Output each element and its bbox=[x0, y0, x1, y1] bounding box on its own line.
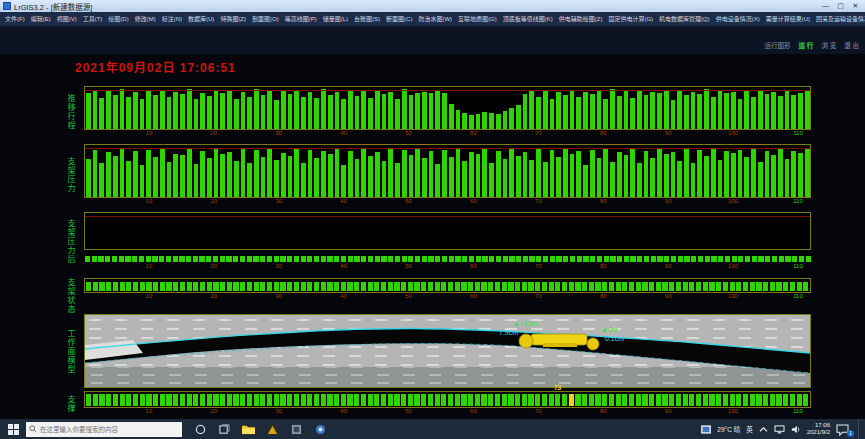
status-square bbox=[375, 256, 380, 262]
search-input[interactable] bbox=[40, 426, 170, 433]
app-icon-blue[interactable] bbox=[308, 419, 332, 439]
menu-item[interactable]: 固定供电计算(G) bbox=[605, 12, 656, 26]
axis-tick: 80 bbox=[600, 293, 607, 299]
status-square bbox=[247, 282, 252, 291]
status-square bbox=[448, 394, 453, 406]
status-square bbox=[301, 282, 306, 291]
status-square bbox=[220, 282, 225, 291]
menu-item[interactable]: 数据库(U) bbox=[185, 12, 217, 26]
status-square bbox=[106, 394, 111, 406]
task-view-icon[interactable] bbox=[212, 419, 236, 439]
app-icon-yellow[interactable] bbox=[260, 419, 284, 439]
menu-item[interactable]: 剖面图(O) bbox=[249, 12, 282, 26]
axis-tick: 10 bbox=[146, 263, 153, 269]
menu-item[interactable]: 防治水图(W) bbox=[415, 12, 455, 26]
ime-indicator[interactable]: 英 bbox=[746, 424, 753, 434]
bar bbox=[402, 150, 407, 197]
bar bbox=[402, 89, 407, 129]
menu-item[interactable]: 绘图(D) bbox=[105, 12, 131, 26]
status-square bbox=[408, 394, 413, 406]
bar bbox=[301, 97, 306, 129]
status-square bbox=[461, 394, 466, 406]
show-desktop-strip[interactable] bbox=[858, 419, 861, 439]
bar bbox=[550, 150, 555, 197]
menu-item[interactable]: 顶底板等值线图(K) bbox=[500, 12, 556, 26]
maximize-icon[interactable]: ▢ bbox=[833, 1, 848, 11]
status-square bbox=[792, 256, 797, 262]
axis-tick: 20 bbox=[210, 130, 217, 136]
status-square bbox=[602, 282, 607, 291]
bar bbox=[133, 151, 138, 197]
volume-icon[interactable] bbox=[791, 425, 801, 434]
bar bbox=[449, 157, 454, 197]
menu-item[interactable]: 修改(M) bbox=[132, 12, 159, 26]
status-square bbox=[408, 256, 413, 262]
status-square bbox=[575, 394, 580, 406]
toolbar-item[interactable]: 运行图形 bbox=[765, 40, 791, 50]
axis-tick: 40 bbox=[340, 130, 347, 136]
menu-item[interactable]: 供电辅助绘图(Z) bbox=[556, 12, 606, 26]
axis-tick: 60 bbox=[470, 130, 477, 136]
status-square bbox=[522, 282, 527, 291]
menu-item[interactable]: 编辑(E) bbox=[28, 12, 54, 26]
minimize-icon[interactable]: — bbox=[818, 1, 833, 11]
status-square bbox=[622, 282, 627, 291]
menu-item[interactable]: 需量计算结果(U) bbox=[763, 12, 813, 26]
status-square bbox=[213, 394, 218, 406]
status-square bbox=[254, 394, 259, 406]
menu-item[interactable]: 互联地质图(G) bbox=[455, 12, 500, 26]
menu-item[interactable]: 标注(N) bbox=[159, 12, 185, 26]
close-icon[interactable]: ✕ bbox=[848, 1, 863, 11]
status-square bbox=[763, 282, 768, 291]
taskbar-search-box[interactable] bbox=[26, 422, 182, 437]
notification-center-icon[interactable]: 1 bbox=[836, 422, 852, 436]
menu-item[interactable]: 供电设备情况(X) bbox=[713, 12, 763, 26]
menu-item[interactable]: 视图(V) bbox=[54, 12, 80, 26]
status-square bbox=[260, 394, 265, 406]
panel-label: 推移行程 bbox=[57, 86, 84, 138]
toolbar-item[interactable]: 浏 览 bbox=[821, 40, 836, 50]
toolbar-item[interactable]: 退 出 bbox=[844, 40, 859, 50]
app-icon-gray[interactable] bbox=[284, 419, 308, 439]
status-square bbox=[354, 282, 359, 291]
axis-tick: 10 bbox=[146, 293, 153, 299]
axis-tick: 90 bbox=[665, 130, 672, 136]
bar bbox=[126, 161, 131, 197]
shearer-drum-right bbox=[587, 338, 599, 350]
file-explorer-icon[interactable] bbox=[236, 419, 260, 439]
network-icon[interactable] bbox=[774, 425, 785, 434]
tray-app-icon[interactable] bbox=[701, 425, 711, 434]
menu-item[interactable]: 工具(T) bbox=[80, 12, 106, 26]
bar bbox=[724, 93, 729, 129]
chevron-up-icon[interactable] bbox=[759, 426, 768, 433]
weather-status[interactable]: 29°C 晴 bbox=[717, 424, 740, 434]
status-square bbox=[765, 256, 770, 262]
bar bbox=[543, 162, 548, 197]
panel-label: 支架压力后 bbox=[57, 212, 84, 271]
menu-item[interactable]: 回采及运输设备情况(Y) bbox=[813, 12, 865, 26]
start-button[interactable] bbox=[0, 419, 26, 439]
status-square bbox=[676, 394, 681, 406]
status-square bbox=[327, 256, 332, 262]
bar bbox=[395, 163, 400, 197]
status-square bbox=[126, 394, 131, 406]
bar bbox=[254, 150, 259, 197]
bar bbox=[288, 156, 293, 197]
status-square bbox=[193, 282, 198, 291]
menu-item[interactable]: 等高线图(P) bbox=[282, 12, 320, 26]
axis-tick: 60 bbox=[470, 263, 477, 269]
clock[interactable]: 17:06 2021/9/2 bbox=[807, 422, 830, 436]
menu-item[interactable]: 文件(F) bbox=[2, 12, 28, 26]
toolbar-item[interactable]: 运 行 bbox=[799, 40, 814, 50]
menu-item[interactable]: 断面图(C) bbox=[383, 12, 415, 26]
menu-item[interactable]: 机电数据库管理(Q) bbox=[656, 12, 713, 26]
menu-item[interactable]: 储量图(L) bbox=[320, 12, 351, 26]
bar bbox=[220, 154, 225, 197]
axis-tick: 100 bbox=[728, 198, 738, 204]
cortana-icon[interactable] bbox=[188, 419, 212, 439]
bar bbox=[93, 150, 98, 197]
menu-item[interactable]: 台账图(S) bbox=[351, 12, 383, 26]
bar bbox=[650, 158, 655, 197]
menu-item[interactable]: 特殊图(Z) bbox=[217, 12, 249, 26]
bar bbox=[254, 89, 259, 129]
